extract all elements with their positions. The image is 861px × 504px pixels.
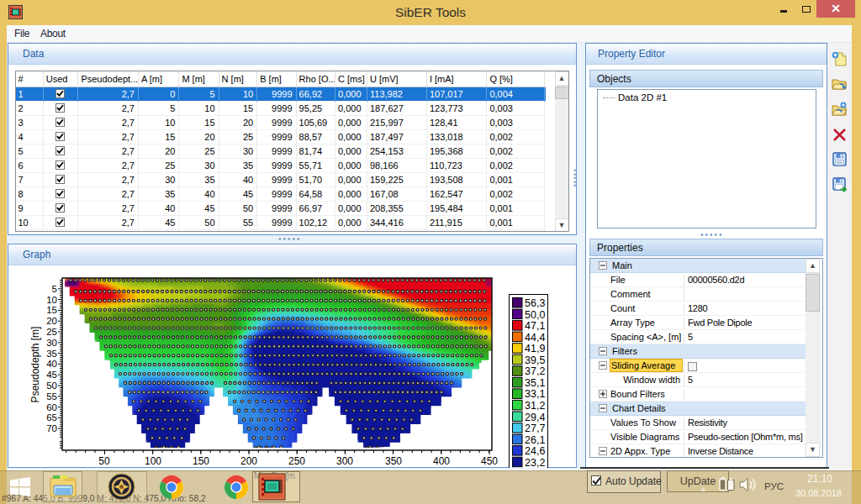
svg-text:47,1: 47,1 — [525, 320, 545, 332]
svg-text:10: 10 — [46, 295, 57, 305]
svg-text:30: 30 — [46, 338, 57, 348]
svg-text:45: 45 — [46, 370, 57, 380]
svg-text:450: 450 — [481, 455, 498, 467]
svg-text:350: 350 — [385, 455, 402, 467]
svg-text:300: 300 — [336, 455, 353, 467]
svg-text:24,6: 24,6 — [525, 445, 545, 457]
svg-text:27,7: 27,7 — [525, 423, 545, 434]
svg-text:55: 55 — [46, 391, 57, 402]
svg-text:31,2: 31,2 — [525, 400, 545, 412]
svg-text:5: 5 — [52, 284, 57, 294]
svg-text:50: 50 — [46, 381, 57, 391]
svg-text:Pseudodepth [m]: Pseudodepth [m] — [29, 327, 41, 403]
svg-text:35,1: 35,1 — [525, 377, 545, 389]
svg-text:56,3: 56,3 — [525, 297, 545, 309]
svg-text:50: 50 — [98, 455, 110, 467]
svg-text:23,2: 23,2 — [525, 457, 545, 468]
svg-text:150: 150 — [193, 455, 209, 467]
svg-text:200: 200 — [240, 455, 257, 467]
svg-text:25: 25 — [46, 327, 57, 337]
svg-text:60: 60 — [46, 402, 57, 412]
svg-text:400: 400 — [433, 455, 450, 467]
svg-text:15: 15 — [46, 305, 57, 315]
svg-text:39,5: 39,5 — [525, 354, 545, 366]
svg-text:250: 250 — [288, 455, 305, 467]
svg-text:65: 65 — [46, 412, 57, 423]
svg-text:44,4: 44,4 — [525, 332, 545, 344]
svg-text:70: 70 — [46, 423, 57, 433]
svg-text:100: 100 — [145, 455, 161, 467]
svg-text:26,1: 26,1 — [525, 434, 545, 446]
svg-text:35: 35 — [46, 349, 57, 359]
svg-text:41,9: 41,9 — [525, 343, 545, 354]
svg-text:33,1: 33,1 — [525, 388, 545, 400]
svg-text:40: 40 — [46, 359, 57, 369]
svg-text:29,4: 29,4 — [525, 412, 545, 423]
svg-text:20: 20 — [46, 316, 57, 326]
svg-text:50,0: 50,0 — [525, 309, 545, 321]
svg-text:37,2: 37,2 — [525, 365, 545, 377]
